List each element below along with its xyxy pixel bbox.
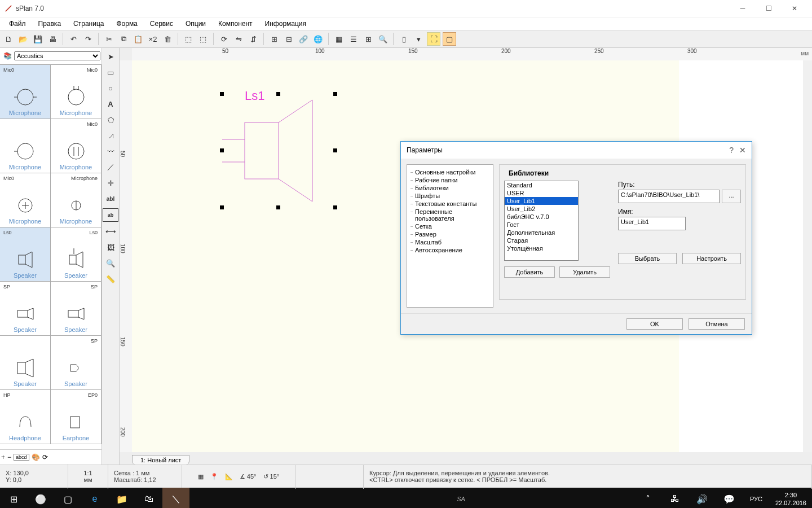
sheet-tab[interactable]: 1: Новый лист xyxy=(132,455,189,465)
group-icon[interactable]: ⊞ xyxy=(268,33,280,45)
menu-component[interactable]: Компонент xyxy=(213,19,258,29)
notification-icon[interactable]: 💬 xyxy=(716,488,743,508)
save-icon[interactable]: 💾 xyxy=(32,33,44,45)
ungroup-icon[interactable]: ⊟ xyxy=(283,33,295,45)
tree-item[interactable]: Шрифты xyxy=(409,192,491,200)
polyline-icon[interactable]: ⩘ xyxy=(104,129,117,142)
flipv-icon[interactable]: ⇵ xyxy=(247,33,259,45)
list-item[interactable]: User_Lib2 xyxy=(505,205,578,213)
link-icon[interactable]: 🔗 xyxy=(297,33,310,45)
dialog-help-button[interactable]: ? xyxy=(729,146,734,155)
list-item[interactable]: Гост xyxy=(505,221,578,229)
store-icon[interactable]: 🛍 xyxy=(135,488,162,508)
delete-button[interactable]: Удалить xyxy=(559,266,610,278)
library-item[interactable]: HPHeadphone xyxy=(0,389,51,444)
library-item[interactable]: SPSpeaker xyxy=(50,335,102,390)
taskview-icon[interactable]: ▢ xyxy=(54,488,81,508)
line-icon[interactable]: ／ xyxy=(104,161,117,173)
menu-edit[interactable]: Правка xyxy=(33,19,67,29)
ok-button[interactable]: OK xyxy=(626,318,683,330)
menu-page[interactable]: Страница xyxy=(68,19,109,29)
library-item[interactable]: MicrophoneMicrophone xyxy=(50,173,102,227)
menu-service[interactable]: Сервис xyxy=(144,19,179,29)
tree-item[interactable]: Переменные пользователя xyxy=(409,208,491,222)
list-item[interactable]: Дополнительная xyxy=(505,229,578,237)
start-button[interactable]: ⊞ xyxy=(0,488,27,508)
tree-item[interactable]: Текстовые константы xyxy=(409,200,491,208)
name-field[interactable]: User_Lib1 xyxy=(618,217,686,230)
network-icon[interactable]: 🖧 xyxy=(661,488,689,508)
tree-item[interactable]: Масштаб xyxy=(409,238,491,246)
labelbox-icon[interactable]: ab xyxy=(103,208,118,222)
pointer-icon[interactable]: ➤ xyxy=(104,50,117,63)
table-icon[interactable]: ⊞ xyxy=(362,33,374,45)
language-indicator[interactable]: РУС xyxy=(743,488,770,508)
tree-item[interactable]: Основные настройки xyxy=(409,168,491,176)
tray-chevron-icon[interactable]: ˄ xyxy=(634,488,661,508)
configure-button[interactable]: Настроить xyxy=(682,253,741,264)
rect-icon[interactable]: ▭ xyxy=(104,66,117,78)
cancel-button[interactable]: Отмена xyxy=(689,318,745,330)
cut-icon[interactable]: ✂ xyxy=(103,33,115,45)
minimize-button[interactable]: ─ xyxy=(730,0,756,17)
browse-button[interactable]: ... xyxy=(722,190,741,203)
new-icon[interactable]: 🗋 xyxy=(2,33,15,45)
fit-icon[interactable]: ⛶ xyxy=(427,32,440,46)
library-item[interactable]: Mic0Microphone xyxy=(0,64,51,119)
front-icon[interactable]: ⬚ xyxy=(182,33,195,45)
splan-taskbar-icon[interactable]: ＼ xyxy=(162,488,189,508)
refresh-icon[interactable]: ⟳ xyxy=(42,453,48,461)
rotate-icon[interactable]: ⟳ xyxy=(218,33,230,45)
menu-info[interactable]: Информация xyxy=(259,19,312,29)
library-item[interactable]: Mic0Microphone xyxy=(0,173,51,227)
maximize-button[interactable]: ☐ xyxy=(756,0,782,17)
palette-icon[interactable]: 🎨 xyxy=(32,453,40,461)
print-icon[interactable]: 🖶 xyxy=(46,33,59,45)
list-item[interactable]: библЭНС v.7.0 xyxy=(505,213,578,221)
grid-icon[interactable]: ▦ xyxy=(333,33,345,45)
list-item[interactable]: Утолщённая xyxy=(505,244,578,252)
zoom-icon[interactable]: 🔍 xyxy=(104,257,117,269)
node-icon[interactable]: ✛ xyxy=(104,177,117,189)
preview-icon[interactable]: ▢ xyxy=(443,32,456,46)
dialog-close-button[interactable]: ✕ xyxy=(739,146,746,155)
page-icon[interactable]: ▯ xyxy=(398,33,410,45)
list-item[interactable]: User_Lib1 xyxy=(505,197,578,205)
volume-icon[interactable]: 🔊 xyxy=(689,488,716,508)
angle-icon[interactable]: 📐 xyxy=(225,473,233,480)
lib-text-icon[interactable]: abcd xyxy=(14,454,29,461)
tree-item[interactable]: Сетка xyxy=(409,222,491,230)
list-item[interactable]: USER xyxy=(505,189,578,197)
library-item[interactable]: Mic0Microphone xyxy=(50,64,102,119)
tree-item[interactable]: Размер xyxy=(409,230,491,238)
plus-icon[interactable]: + xyxy=(1,453,5,461)
library-item[interactable]: SPSpeaker xyxy=(50,281,102,336)
menu-file[interactable]: Файл xyxy=(3,19,32,29)
globe-icon[interactable]: 🌐 xyxy=(312,33,324,45)
grid-toggle-icon[interactable]: ▦ xyxy=(198,473,204,480)
duplicate-icon[interactable]: ×2 xyxy=(147,33,159,45)
explorer-icon[interactable]: 📁 xyxy=(108,488,135,508)
path-field[interactable]: C:\sPlan70\BIBO\User_Lib1\ xyxy=(618,190,720,203)
redo-icon[interactable]: ↷ xyxy=(82,33,94,45)
library-item[interactable]: SPSpeaker xyxy=(0,281,51,336)
menu-options[interactable]: Опции xyxy=(180,19,211,29)
copy-icon[interactable]: ⧉ xyxy=(117,33,130,45)
library-item[interactable]: Microphone xyxy=(0,119,51,173)
menu-shape[interactable]: Форма xyxy=(111,19,143,29)
clock[interactable]: 2:30 22.07.2016 xyxy=(770,491,812,507)
curve-icon[interactable]: 〰 xyxy=(104,145,117,157)
image-icon[interactable]: 🖼 xyxy=(104,241,117,253)
edge-icon[interactable]: e xyxy=(81,488,108,508)
library-item[interactable]: Mic0Microphone xyxy=(50,119,102,173)
library-item[interactable]: EP0Earphone xyxy=(50,389,102,444)
undo-icon[interactable]: ↶ xyxy=(67,33,80,45)
tree-item[interactable]: Рабочие папки xyxy=(409,176,491,184)
close-button[interactable]: ✕ xyxy=(782,0,807,17)
library-item[interactable]: Speaker xyxy=(0,335,51,390)
library-item[interactable]: Ls0Speaker xyxy=(50,227,102,282)
settings-tree[interactable]: Основные настройкиРабочие папкиБиблиотек… xyxy=(407,164,493,308)
vertical-scrollbar[interactable] xyxy=(802,60,812,452)
circle-icon[interactable]: ○ xyxy=(104,82,117,94)
list-item[interactable]: Старая xyxy=(505,237,578,244)
